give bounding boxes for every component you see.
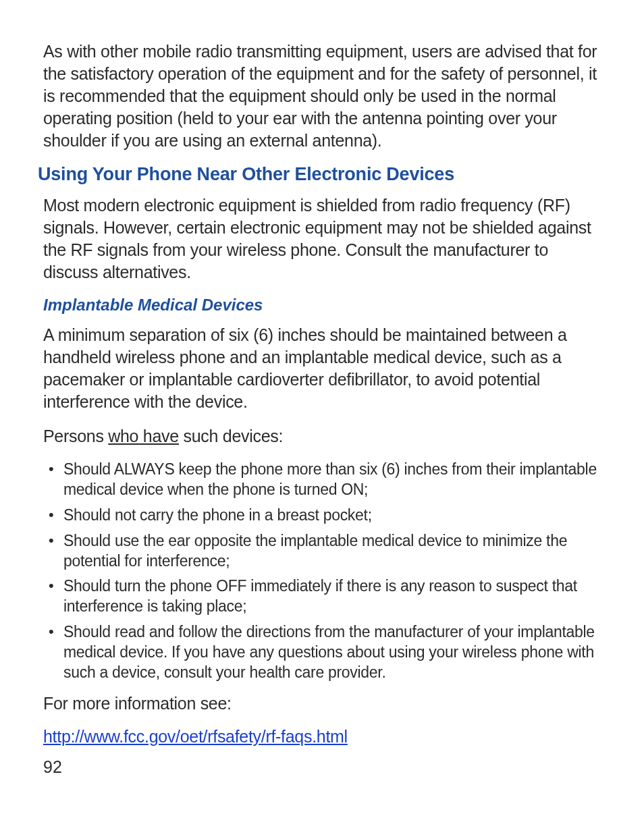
persons-prefix: Persons xyxy=(43,427,108,445)
persons-line: Persons who have such devices: xyxy=(43,425,601,447)
subsection-heading: Implantable Medical Devices xyxy=(43,296,601,315)
list-item: Should ALWAYS keep the phone more than s… xyxy=(43,460,601,500)
list-item: Should turn the phone OFF immediately if… xyxy=(43,576,601,617)
intro-paragraph: As with other mobile radio transmitting … xyxy=(43,40,601,152)
section-heading: Using Your Phone Near Other Electronic D… xyxy=(38,164,601,185)
rf-safety-link[interactable]: http://www.fcc.gov/oet/rfsafety/rf-faqs.… xyxy=(43,727,348,746)
list-item: Should use the ear opposite the implanta… xyxy=(43,531,601,572)
bullet-list: Should ALWAYS keep the phone more than s… xyxy=(43,460,601,683)
persons-underline: who have xyxy=(108,427,179,445)
list-item: Should read and follow the directions fr… xyxy=(43,622,601,683)
document-page: As with other mobile radio transmitting … xyxy=(0,0,644,746)
persons-suffix: such devices: xyxy=(179,427,283,445)
link-line: http://www.fcc.gov/oet/rfsafety/rf-faqs.… xyxy=(43,727,601,746)
page-number: 92 xyxy=(43,757,62,777)
more-info-line: For more information see: xyxy=(43,692,601,715)
sub-paragraph: A minimum separation of six (6) inches s… xyxy=(43,324,601,413)
list-item: Should not carry the phone in a breast p… xyxy=(43,506,601,526)
section-paragraph: Most modern electronic equipment is shie… xyxy=(43,194,601,283)
